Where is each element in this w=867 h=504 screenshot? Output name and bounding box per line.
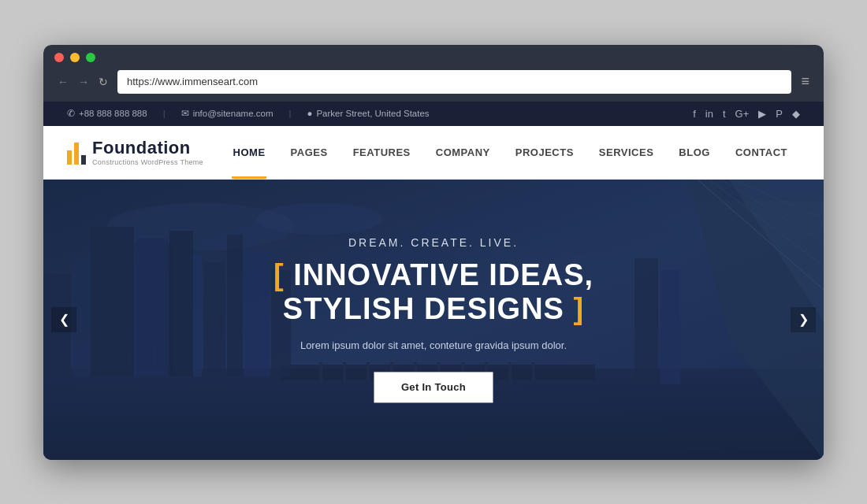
hero-content: DREAM. CREATE. LIVE. [ INNOVATIVE IDEAS,… xyxy=(161,236,707,402)
nav-item-home[interactable]: HOME xyxy=(221,125,278,179)
nav-link-blog: BLOG xyxy=(679,146,710,158)
separator-2: | xyxy=(288,109,291,118)
hero-section: DREAM. CREATE. LIVE. [ INNOVATIVE IDEAS,… xyxy=(43,180,824,460)
hero-title-text1: INNOVATIVE IDEAS, xyxy=(293,258,594,291)
location-text: Parker Street, United States xyxy=(316,109,429,118)
nav-link-contact: CONTACT xyxy=(735,146,787,158)
pinterest-icon[interactable]: P xyxy=(776,108,783,120)
url-text: https://www.immenseart.com xyxy=(127,76,258,87)
logo-text: Foundation Constructions WordPress Theme xyxy=(92,138,203,166)
slider-prev-button[interactable]: ❮ xyxy=(51,307,76,332)
facebook-icon[interactable]: f xyxy=(693,108,696,120)
nav-menu: HOME PAGES FEATURES COMPANY PROJECTS SER… xyxy=(221,126,800,179)
logo-icon xyxy=(67,139,86,165)
nav-item-projects[interactable]: PROJECTS xyxy=(503,125,586,179)
logo-tagline: Constructions WordPress Theme xyxy=(92,158,203,166)
youtube-icon[interactable]: ▶ xyxy=(758,108,766,120)
email-icon: ✉ xyxy=(181,108,189,119)
nav-item-pages[interactable]: PAGES xyxy=(278,125,340,179)
separator-1: | xyxy=(163,109,166,118)
navbar: Foundation Constructions WordPress Theme… xyxy=(43,126,824,180)
nav-link-services: SERVICES xyxy=(599,146,654,158)
browser-toolbar: ← → ↻ https://www.immenseart.com ≡ xyxy=(54,70,813,102)
nav-link-features: FEATURES xyxy=(353,146,411,158)
hero-title-bracket-open: [ xyxy=(273,258,293,291)
linkedin-icon[interactable]: in xyxy=(705,108,713,120)
location-item: ● Parker Street, United States xyxy=(307,109,429,118)
hero-title: [ INNOVATIVE IDEAS, STYLISH DESIGNS ] xyxy=(161,258,707,327)
nav-item-features[interactable]: FEATURES xyxy=(340,125,423,179)
logo-bar-1 xyxy=(67,150,72,165)
location-icon: ● xyxy=(307,109,312,118)
logo-bar-2 xyxy=(74,143,79,165)
browser-menu-button[interactable]: ≡ xyxy=(798,70,813,93)
chevron-right-icon: ❯ xyxy=(798,312,809,327)
logo-name: Foundation xyxy=(92,138,203,158)
chevron-left-icon: ❮ xyxy=(59,312,69,327)
hero-description: Lorem ipsum dolor sit amet, conteture gr… xyxy=(161,338,707,354)
hero-tagline: DREAM. CREATE. LIVE. xyxy=(161,236,707,249)
nav-link-projects: PROJECTS xyxy=(515,146,574,158)
address-bar[interactable]: https://www.immenseart.com xyxy=(117,70,791,94)
maximize-dot[interactable] xyxy=(86,53,95,62)
hero-title-text2: STYLISH DESIGNS xyxy=(283,293,574,326)
forward-button[interactable]: → xyxy=(75,74,92,90)
nav-buttons: ← → ↻ xyxy=(54,74,111,90)
slider-next-button[interactable]: ❯ xyxy=(791,307,816,332)
twitter-icon[interactable]: t xyxy=(723,108,726,120)
browser-window: ← → ↻ https://www.immenseart.com ≡ ✆ +88… xyxy=(43,45,824,460)
nav-item-blog[interactable]: BLOG xyxy=(666,125,723,179)
browser-titlebar xyxy=(54,53,813,62)
hero-title-bracket-close: ] xyxy=(573,293,584,326)
phone-icon: ✆ xyxy=(67,108,75,119)
browser-chrome: ← → ↻ https://www.immenseart.com ≡ xyxy=(43,45,824,102)
rss-icon[interactable]: ◆ xyxy=(792,108,800,120)
nav-link-pages: PAGES xyxy=(291,146,328,158)
close-dot[interactable] xyxy=(54,53,64,62)
nav-link-home: HOME xyxy=(233,146,266,158)
phone-item: ✆ +88 888 888 888 xyxy=(67,108,147,119)
topbar-social: f in t G+ ▶ P ◆ xyxy=(693,108,800,120)
logo-bar-3 xyxy=(81,155,86,165)
email-text: info@sitename.com xyxy=(193,109,273,118)
back-button[interactable]: ← xyxy=(54,74,72,90)
logo: Foundation Constructions WordPress Theme xyxy=(67,138,203,166)
topbar-left: ✆ +88 888 888 888 | ✉ info@sitename.com … xyxy=(67,108,430,119)
refresh-button[interactable]: ↻ xyxy=(95,74,111,90)
nav-item-company[interactable]: COMPANY xyxy=(423,125,503,179)
nav-item-services[interactable]: SERVICES xyxy=(586,125,667,179)
email-item: ✉ info@sitename.com xyxy=(181,108,273,119)
cta-button[interactable]: Get In Touch xyxy=(374,372,493,402)
nav-item-contact[interactable]: CONTACT xyxy=(723,125,800,179)
nav-link-company: COMPANY xyxy=(436,146,490,158)
website-content: ✆ +88 888 888 888 | ✉ info@sitename.com … xyxy=(43,102,824,460)
minimize-dot[interactable] xyxy=(70,53,80,62)
googleplus-icon[interactable]: G+ xyxy=(735,108,750,120)
topbar: ✆ +88 888 888 888 | ✉ info@sitename.com … xyxy=(43,102,824,126)
phone-text: +88 888 888 888 xyxy=(79,109,147,118)
